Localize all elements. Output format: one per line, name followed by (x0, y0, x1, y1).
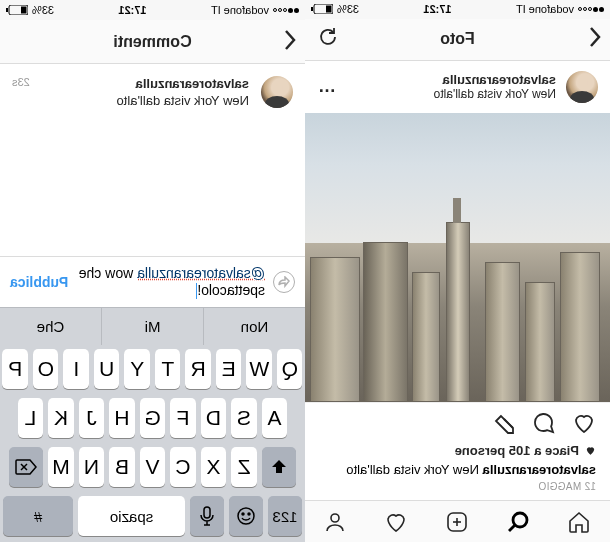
svg-rect-17 (204, 507, 210, 518)
comments-screen: vodafone IT 17:21 33% Commenti salvatore… (0, 0, 305, 542)
back-button[interactable] (283, 29, 297, 55)
text-cursor (196, 283, 198, 299)
home-tab-icon[interactable] (568, 510, 592, 534)
back-button[interactable] (588, 26, 602, 52)
key-p[interactable]: P (3, 349, 29, 389)
share-icon[interactable] (492, 411, 516, 435)
nav-title: Foto (440, 30, 475, 48)
numbers-key[interactable]: 123 (268, 496, 302, 536)
key-m[interactable]: M (48, 447, 74, 487)
key-f[interactable]: F (170, 398, 196, 438)
emoji-icon (236, 506, 256, 526)
key-k[interactable]: K (48, 398, 74, 438)
avatar[interactable] (261, 76, 293, 108)
status-time: 17:21 (118, 4, 146, 16)
compose-bar: @salvatorearanzulla wow che spettacolo! … (0, 256, 305, 307)
key-a[interactable]: A (262, 398, 288, 438)
suggestion-2[interactable]: Mi (101, 308, 203, 345)
status-bar: vodafone IT 17:21 33% (305, 0, 610, 19)
reply-icon (273, 271, 295, 293)
key-g[interactable]: G (140, 398, 166, 438)
key-d[interactable]: D (201, 398, 227, 438)
comment-icon[interactable] (532, 411, 556, 435)
carrier-label: vodafone IT (516, 3, 574, 15)
svg-rect-11 (6, 8, 8, 12)
profile-tab-icon[interactable] (324, 510, 348, 534)
refresh-button[interactable] (317, 26, 339, 52)
svg-rect-2 (311, 7, 313, 11)
comment-caption-row: salvatorearanzulla New York vista dall'a… (0, 64, 305, 124)
svg-rect-10 (21, 7, 27, 14)
signal-icon (273, 8, 299, 13)
suggestion-3[interactable]: Che (0, 308, 101, 345)
carrier-label: vodafone IT (211, 4, 269, 16)
key-l[interactable]: L (18, 398, 44, 438)
dictation-key[interactable] (190, 496, 224, 536)
key-r[interactable]: R (186, 349, 212, 389)
battery-icon (311, 4, 333, 14)
search-tab-icon[interactable] (507, 510, 531, 534)
post-photo[interactable] (305, 113, 610, 403)
avatar[interactable] (566, 71, 598, 103)
likes-text: Piace a 105 persone (455, 443, 579, 458)
key-n[interactable]: N (79, 447, 105, 487)
signal-icon (578, 7, 604, 12)
shift-key[interactable] (262, 447, 296, 487)
key-s[interactable]: S (231, 398, 257, 438)
svg-rect-1 (326, 6, 332, 13)
post-action-bar (305, 402, 610, 443)
emoji-key[interactable] (229, 496, 263, 536)
battery-label: 33% (32, 4, 54, 16)
backspace-key[interactable] (9, 447, 43, 487)
more-button[interactable]: … (317, 76, 336, 97)
compose-input[interactable]: @salvatorearanzulla wow che spettacolo! (76, 265, 265, 299)
comment-caption-text: New York vista dall'alto (116, 93, 249, 108)
tab-bar (305, 500, 610, 542)
caption-text: New York vista dall'alto (346, 462, 479, 477)
key-u[interactable]: U (94, 349, 120, 389)
post-location[interactable]: New York vista dall'alto (434, 87, 556, 101)
svg-point-16 (242, 513, 244, 515)
key-w[interactable]: W (247, 349, 273, 389)
post-username[interactable]: salvatorearanzulla (434, 72, 556, 88)
key-v[interactable]: V (140, 447, 166, 487)
backspace-icon (15, 459, 37, 475)
like-icon[interactable] (572, 411, 596, 435)
key-j[interactable]: J (79, 398, 105, 438)
key-x[interactable]: X (201, 447, 227, 487)
create-tab-icon[interactable] (446, 510, 470, 534)
caption-username[interactable]: salvatorearanzulla (483, 462, 596, 477)
post-header: salvatorearanzulla New York vista dall'a… (305, 61, 610, 113)
caption: salvatorearanzulla New York vista dall'a… (305, 462, 610, 481)
space-key[interactable]: spazio (78, 496, 185, 536)
svg-point-15 (248, 513, 250, 515)
key-e[interactable]: E (216, 349, 242, 389)
key-i[interactable]: I (64, 349, 90, 389)
key-b[interactable]: B (109, 447, 135, 487)
activity-tab-icon[interactable] (385, 510, 409, 534)
key-q[interactable]: Q (277, 349, 303, 389)
nav-title: Commenti (113, 33, 191, 51)
battery-icon (6, 5, 28, 15)
return-key[interactable]: # (3, 496, 73, 536)
key-y[interactable]: Y (125, 349, 151, 389)
nav-bar: Foto (305, 19, 610, 61)
svg-point-14 (238, 508, 254, 524)
autocorrect-bar: Non Mi Che (0, 307, 305, 345)
key-h[interactable]: H (109, 398, 135, 438)
comment-username[interactable]: salvatorearanzulla (136, 76, 249, 91)
likes-row[interactable]: Piace a 105 persone (305, 443, 610, 462)
nav-bar: Commenti (0, 20, 305, 64)
suggestion-1[interactable]: Non (203, 308, 305, 345)
refresh-icon (317, 26, 339, 48)
mic-icon (200, 506, 214, 526)
key-z[interactable]: Z (231, 447, 257, 487)
keyboard: Q W E R T Y U I O P A S D F G H J K L (0, 345, 305, 542)
svg-point-8 (332, 514, 340, 522)
heart-filled-icon (585, 445, 596, 456)
svg-line-4 (510, 525, 516, 531)
publish-button[interactable]: Pubblica (10, 274, 68, 290)
key-c[interactable]: C (170, 447, 196, 487)
key-t[interactable]: T (155, 349, 181, 389)
key-o[interactable]: O (33, 349, 59, 389)
